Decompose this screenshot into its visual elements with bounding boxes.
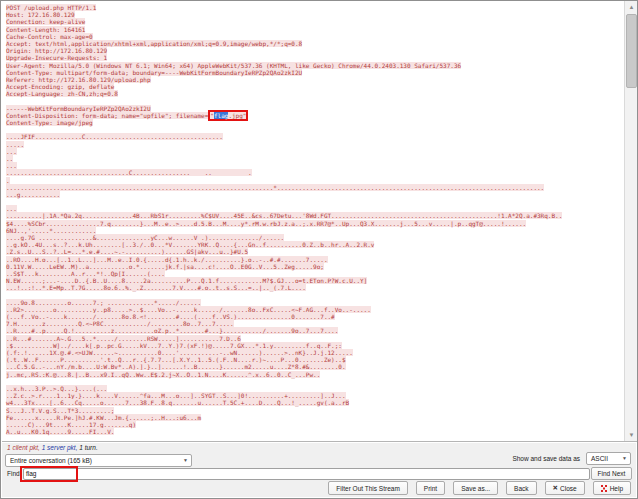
stream-segment: Content-Type: image/jpeg: [6, 119, 93, 126]
stream-line: [6, 97, 624, 104]
stream-line: .$...........W]../....k[.p..pc.G.....kV.…: [6, 342, 624, 349]
stream-segment: ..........|.1A.*Qa.2q..............4B...…: [6, 212, 562, 219]
stream-line: Content-Type: multipart/form-data; bound…: [6, 69, 624, 76]
stream-line: Cache-Control: max-age=0: [6, 33, 624, 40]
follow-tcp-stream-dialog: POST /upload.php HTTP/1.1Host: 172.16.80…: [0, 0, 638, 499]
stream-line: [6, 126, 624, 133]
vertical-scrollbar[interactable]: ▲ ▼: [624, 1, 637, 442]
stream-segment: j..mc,.RS.:K.@...8.|..B...x9.I..qQ..Ww..…: [6, 371, 320, 378]
stream-segment: ..S$T...k.........A..r...*!..Qp[I......(…: [6, 270, 165, 277]
stream-line: Accept-Encoding: gzip, deflate: [6, 83, 624, 90]
stream-stats: 1 client pkt, 1 server pkt, 1 turn.: [7, 444, 98, 451]
button-label: Close: [560, 485, 577, 492]
stream-line: (.t..W..F......P..........'.t..Q...r..{.…: [6, 356, 624, 363]
print-button[interactable]: Print: [416, 481, 445, 495]
stream-segment: ....g.7G_...............&...............…: [6, 234, 284, 241]
help-button[interactable]: Help: [593, 481, 631, 495]
stream-line: Referer: http://172.16.80.129/upload.php: [6, 76, 624, 83]
client-pkt-stat: 1 client pkt,: [7, 444, 42, 451]
back-button[interactable]: Back: [506, 481, 536, 495]
stream-segment: ------WebKitFormBoundaryIeRPZp2QAo2zkI2U: [6, 105, 151, 112]
filter-out-stream-button[interactable]: Filter Out This Stream: [328, 481, 407, 495]
stream-segment: ..x.h...3.P..>.Q...}....(...: [6, 385, 107, 392]
stream-segment: ...: [6, 148, 17, 155]
stream-segment: .$...........W]../....k[.p..pc.G.....kV.…: [6, 342, 342, 349]
stream-segment: A..u...K0.1q.....9.....FI...V.: [6, 428, 114, 435]
stream-line: [6, 378, 624, 385]
find-next-button[interactable]: Find Next: [591, 467, 632, 480]
stream-line: User-Agent: Mozilla/5.0 (Windows NT 6.1;…: [6, 62, 624, 69]
stream-line: Content-Length: 164161: [6, 26, 624, 33]
stream-segment: ..: [6, 155, 13, 162]
stream-segment: w4...3Tx....[..6...Cq.....o......7...38.…: [6, 399, 349, 406]
button-label: Back: [514, 485, 528, 492]
stream-segment: Origin: http://172.16.80.129: [6, 47, 107, 54]
stream-line: Accept-Language: zh-CN,zh;q=0.8: [6, 90, 624, 97]
stream-line: (.f:.!......1X.@.#.<>UJW......~.........…: [6, 349, 624, 356]
stream-content-area: POST /upload.php HTTP/1.1Host: 172.16.80…: [2, 1, 637, 442]
conversation-select[interactable]: Entire conversation (165 kB) ▼: [5, 454, 192, 467]
turns-stat: 1 turn.: [79, 444, 97, 451]
stream-segment: ..g.kO..4U...s..?...k.Uh........[..3./..…: [6, 241, 374, 248]
stream-segment: ......C)...9t....K.....17.g.......q): [6, 421, 136, 428]
stream-line: $4....%SCbr...............7.q........}..…: [6, 220, 624, 227]
stream-segment: N.EW......;...-....D..{.B..U....8.....2a…: [6, 277, 367, 284]
stream-segment: ...: [6, 162, 17, 169]
scroll-up-icon[interactable]: ▲: [626, 2, 637, 13]
stream-line: ........................................…: [6, 184, 624, 191]
stream-segment: Accept-Language: zh-CN,zh;q=0.8: [6, 90, 118, 97]
action-button-row: Filter Out This StreamPrintSave as...Bac…: [328, 481, 631, 495]
find-label: Find:: [7, 470, 21, 477]
search-hit-text: flag: [214, 112, 228, 119]
stream-line: 6NJ..,'.....*............: [6, 227, 624, 234]
stream-segment: 6NJ..,'.....*............: [6, 227, 96, 234]
stream-segment: Fe......x.....R.Pe.]hJ.#.KW...Jm.{......…: [6, 414, 201, 421]
stream-line: ..Z.c..>.r....1..1y.}....k....V......^fa…: [6, 392, 624, 399]
stream-line: ...g...........: [6, 191, 624, 198]
stream-segment: S...J..T.V.g.S...T*3.........;: [6, 407, 114, 414]
stream-line: ..x.h...3.P..>.Q...}....(...: [6, 385, 624, 392]
stream-segment: ...C.5.G..-...nY./m.b....U:W.Bv*..A).].}…: [6, 363, 346, 370]
stream-line: ..R2>........o..........y..p8.....>..$..…: [6, 306, 624, 313]
stream-line: 7.H.......z.........Q.<~P8C............/…: [6, 320, 624, 327]
stream-line: ..................................C.....…: [6, 169, 624, 176]
stream-line: Connection: keep-alive: [6, 18, 624, 25]
stream-line: w4...3Tx....[..6...Cq.....o......7...38.…: [6, 399, 624, 406]
stream-segment: (.t..W..F......P..........'.t..Q...r..{.…: [6, 356, 346, 363]
filename-annotation-box: "flag.jpg": [210, 112, 246, 119]
stream-line: ....g.7G_...............&...............…: [6, 234, 624, 241]
stream-segment: .: [6, 177, 10, 184]
save-as-button[interactable]: Save as...: [453, 481, 498, 495]
stream-segment: Connection: keep-alive: [6, 18, 85, 25]
stream-line: ...C.5.G..-...nY./m.b....U:W.Bv*..A).].}…: [6, 363, 624, 370]
stream-text[interactable]: POST /upload.php HTTP/1.1Host: 172.16.80…: [2, 1, 624, 441]
stream-line: ..S$T...k.........A..r...*!..Qp[I......(…: [6, 270, 624, 277]
scroll-down-icon[interactable]: ▼: [626, 430, 637, 441]
stream-line: ..: [6, 155, 624, 162]
close-button[interactable]: ✕Close: [545, 481, 585, 495]
stream-segment: 7.H.......z.........Q.<~P8C............/…: [6, 320, 234, 327]
stream-line: 0.11V.W.....LeEW..M)..a...........o.*...…: [6, 263, 624, 270]
stream-segment: ........................................…: [6, 184, 544, 191]
stream-segment: Content-Type: multipart/form-data; bound…: [6, 69, 302, 76]
stream-line: ..R....#..p.....Q.!..........z..........…: [6, 327, 624, 334]
stream-line: ...: [6, 205, 624, 212]
format-select-value: ASCII: [591, 455, 608, 462]
stream-line: A..u...K0.1q.....9.....FI...V.: [6, 428, 624, 435]
stream-segment: $4....%SCbr...............7.q........}..…: [6, 220, 526, 227]
stream-segment: Upgrade-Insecure-Requests: 1: [6, 54, 107, 61]
format-select[interactable]: ASCII ▼: [586, 452, 631, 465]
stream-line: ...: [6, 162, 624, 169]
button-label: Save as...: [461, 485, 490, 492]
stream-segment: .Z.s..U...S..?..L=...*.e.#....~.-.......…: [6, 248, 248, 255]
find-input[interactable]: flag: [23, 468, 590, 480]
stream-line: Upgrade-Insecure-Requests: 1: [6, 54, 624, 61]
stream-segment: User-Agent: Mozilla/5.0 (Windows NT 6.1;…: [6, 62, 461, 69]
button-label: Filter Out This Stream: [336, 485, 399, 492]
scrollbar-thumb[interactable]: [626, 14, 637, 88]
stream-line: .Z.s..U...S..?..L=...*.e.#....~.-.......…: [6, 248, 624, 255]
server-pkt-stat: 1 server pkt,: [42, 444, 80, 451]
stream-line: ....JFIF.............C..................…: [6, 133, 624, 140]
stream-line: POST /upload.php HTTP/1.1: [6, 4, 624, 11]
stream-segment: Content-Length: 164161: [6, 26, 85, 33]
